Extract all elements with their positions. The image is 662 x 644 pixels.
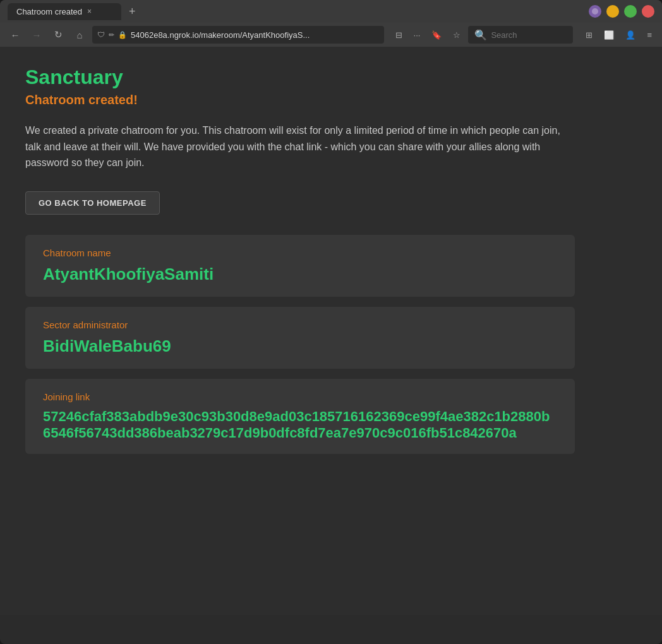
sector-admin-value: BidiWaleBabu69 — [43, 337, 557, 356]
app-title: Sanctuary — [25, 66, 637, 89]
bookmark-button[interactable]: ☆ — [449, 29, 464, 41]
minimize-button[interactable] — [606, 5, 619, 18]
tab-manager-button[interactable]: ⬜ — [600, 29, 618, 41]
nav-bar: ← → ↻ ⌂ 🛡 ✏ 🔒 54062e8a.ngrok.io/makeroom… — [0, 23, 662, 47]
title-bar: Chatroom created × + — [0, 0, 662, 23]
search-icon: 🔍 — [474, 29, 487, 41]
menu-button[interactable]: ≡ — [643, 29, 656, 41]
save-button[interactable]: 🔖 — [428, 29, 445, 41]
reader-mode-button[interactable]: ⊟ — [392, 29, 406, 41]
back-button[interactable]: ← — [6, 26, 24, 44]
browser-tab[interactable]: Chatroom created × — [8, 3, 121, 20]
joining-link-card: Joining link 57246cfaf383abdb9e30c93b30d… — [25, 379, 575, 454]
mask-icon — [589, 5, 601, 18]
forward-button[interactable]: → — [28, 26, 45, 44]
browser-sidebar: ⊞ ⬜ 👤 ≡ — [582, 29, 656, 41]
close-button[interactable] — [642, 5, 654, 18]
home-button[interactable]: ⌂ — [71, 26, 88, 44]
shield-icon: 🛡 — [97, 30, 105, 39]
more-button[interactable]: ··· — [410, 29, 424, 41]
tab-close-button[interactable]: × — [87, 7, 92, 16]
address-text: 54062e8a.ngrok.io/makeroom/AtyantKhoofiy… — [131, 30, 379, 40]
back-to-homepage-button[interactable]: GO BACK TO HOMEPAGE — [25, 191, 160, 215]
address-bar[interactable]: 🛡 ✏ 🔒 54062e8a.ngrok.io/makeroom/AtyantK… — [92, 26, 384, 44]
window-controls — [589, 5, 654, 18]
refresh-button[interactable]: ↻ — [49, 26, 67, 44]
tab-title: Chatroom created — [16, 7, 82, 16]
sector-admin-label: Sector administrator — [43, 319, 557, 330]
browser-window: Chatroom created × + ← → ↻ ⌂ 🛡 ✏ 🔒 54062… — [0, 0, 662, 644]
joining-link-label: Joining link — [43, 391, 557, 402]
chatroom-name-label: Chatroom name — [43, 247, 557, 258]
joining-link-value: 57246cfaf383abdb9e30c93b30d8e9ad03c18571… — [43, 408, 557, 441]
chatroom-name-value: AtyantKhoofiyaSamiti — [43, 265, 557, 284]
lock-icon: 🔒 — [118, 31, 127, 39]
description-text: We created a private chatroom for you. T… — [25, 122, 575, 171]
sector-admin-card: Sector administrator BidiWaleBabu69 — [25, 307, 575, 369]
search-bar[interactable]: 🔍 — [468, 26, 573, 44]
nav-tools: ⊟ ··· 🔖 ☆ — [392, 29, 465, 41]
svg-point-0 — [592, 8, 598, 15]
library-button[interactable]: ⊞ — [582, 29, 596, 41]
search-input[interactable] — [491, 30, 567, 40]
page-content: Sanctuary Chatroom created! We created a… — [0, 47, 662, 615]
new-tab-button[interactable]: + — [129, 5, 136, 18]
page-heading: Chatroom created! — [25, 93, 637, 107]
profile-button[interactable]: 👤 — [622, 29, 639, 41]
chatroom-name-card: Chatroom name AtyantKhoofiyaSamiti — [25, 235, 575, 297]
maximize-button[interactable] — [624, 5, 637, 18]
pen-icon: ✏ — [109, 31, 114, 39]
